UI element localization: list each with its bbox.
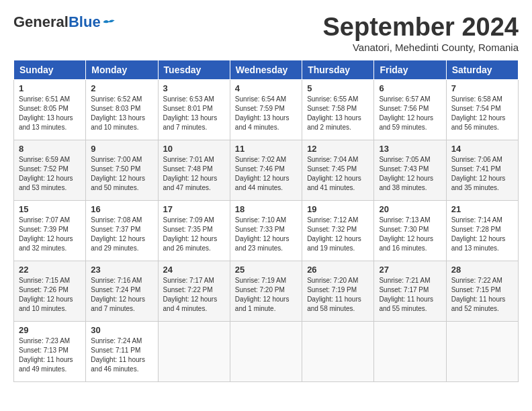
day-info: Sunrise: 7:04 AMSunset: 7:45 PMDaylight:… [307, 155, 369, 193]
calendar-table: SundayMondayTuesdayWednesdayThursdayFrid… [13, 60, 519, 382]
day-info: Sunrise: 7:01 AMSunset: 7:48 PMDaylight:… [163, 155, 225, 193]
day-info: Sunrise: 7:08 AMSunset: 7:37 PMDaylight:… [91, 216, 152, 253]
day-info: Sunrise: 7:07 AMSunset: 7:39 PMDaylight:… [19, 216, 81, 253]
day-number: 29 [19, 325, 81, 335]
day-number: 1 [19, 83, 81, 93]
calendar-week-row: 29Sunrise: 7:23 AMSunset: 7:13 PMDayligh… [14, 321, 519, 381]
day-number: 25 [235, 265, 297, 275]
calendar-cell: 12Sunrise: 7:04 AMSunset: 7:45 PMDayligh… [302, 140, 374, 200]
day-info: Sunrise: 6:54 AMSunset: 7:59 PMDaylight:… [235, 95, 297, 132]
day-info: Sunrise: 7:14 AMSunset: 7:28 PMDaylight:… [451, 216, 513, 253]
calendar-header-friday: Friday [374, 60, 446, 79]
day-number: 2 [91, 83, 152, 93]
day-number: 16 [91, 204, 152, 214]
day-number: 20 [379, 204, 441, 214]
calendar-cell: 20Sunrise: 7:13 AMSunset: 7:30 PMDayligh… [374, 200, 446, 261]
day-number: 7 [451, 83, 513, 93]
calendar-cell: 1Sunrise: 6:51 AMSunset: 8:05 PMDaylight… [14, 79, 86, 140]
day-info: Sunrise: 6:51 AMSunset: 8:05 PMDaylight:… [19, 95, 81, 132]
day-info: Sunrise: 6:55 AMSunset: 7:58 PMDaylight:… [307, 95, 369, 132]
day-number: 3 [163, 83, 225, 93]
calendar-cell [302, 321, 374, 381]
logo-text: GeneralBlue [13, 13, 116, 31]
calendar-cell [158, 321, 230, 381]
day-info: Sunrise: 7:21 AMSunset: 7:17 PMDaylight:… [379, 276, 441, 314]
calendar-cell: 25Sunrise: 7:19 AMSunset: 7:20 PMDayligh… [230, 261, 302, 321]
day-number: 14 [451, 144, 513, 154]
calendar-week-row: 15Sunrise: 7:07 AMSunset: 7:39 PMDayligh… [14, 200, 519, 261]
day-number: 5 [307, 83, 369, 93]
calendar-header-saturday: Saturday [446, 60, 518, 79]
day-number: 4 [235, 83, 297, 93]
day-info: Sunrise: 7:24 AMSunset: 7:11 PMDaylight:… [91, 336, 152, 374]
calendar-header-monday: Monday [86, 60, 158, 79]
calendar-header-sunday: Sunday [14, 60, 86, 79]
day-number: 10 [163, 144, 225, 154]
title-block: September 2024 Vanatori, Mehedinti Count… [323, 13, 519, 53]
day-info: Sunrise: 7:23 AMSunset: 7:13 PMDaylight:… [19, 336, 81, 374]
day-info: Sunrise: 6:59 AMSunset: 7:52 PMDaylight:… [19, 155, 81, 193]
calendar-cell: 21Sunrise: 7:14 AMSunset: 7:28 PMDayligh… [446, 200, 518, 261]
logo-general: General [13, 13, 69, 31]
calendar-cell: 2Sunrise: 6:52 AMSunset: 8:03 PMDaylight… [86, 79, 158, 140]
calendar-cell: 9Sunrise: 7:00 AMSunset: 7:50 PMDaylight… [86, 140, 158, 200]
day-info: Sunrise: 6:53 AMSunset: 8:01 PMDaylight:… [163, 95, 225, 132]
calendar-cell: 4Sunrise: 6:54 AMSunset: 7:59 PMDaylight… [230, 79, 302, 140]
calendar-cell: 6Sunrise: 6:57 AMSunset: 7:56 PMDaylight… [374, 79, 446, 140]
day-number: 8 [19, 144, 81, 154]
day-info: Sunrise: 7:13 AMSunset: 7:30 PMDaylight:… [379, 216, 441, 253]
day-info: Sunrise: 7:15 AMSunset: 7:26 PMDaylight:… [19, 276, 81, 314]
calendar-cell: 19Sunrise: 7:12 AMSunset: 7:32 PMDayligh… [302, 200, 374, 261]
day-number: 24 [163, 265, 225, 275]
calendar-body: 1Sunrise: 6:51 AMSunset: 8:05 PMDaylight… [14, 79, 519, 381]
day-info: Sunrise: 7:16 AMSunset: 7:24 PMDaylight:… [91, 276, 152, 314]
calendar-cell: 16Sunrise: 7:08 AMSunset: 7:37 PMDayligh… [86, 200, 158, 261]
calendar-cell: 11Sunrise: 7:02 AMSunset: 7:46 PMDayligh… [230, 140, 302, 200]
day-info: Sunrise: 7:10 AMSunset: 7:33 PMDaylight:… [235, 216, 297, 253]
calendar-cell: 14Sunrise: 7:06 AMSunset: 7:41 PMDayligh… [446, 140, 518, 200]
calendar-cell: 15Sunrise: 7:07 AMSunset: 7:39 PMDayligh… [14, 200, 86, 261]
day-number: 22 [19, 265, 81, 275]
day-info: Sunrise: 6:58 AMSunset: 7:54 PMDaylight:… [451, 95, 513, 132]
day-number: 21 [451, 204, 513, 214]
calendar-cell: 17Sunrise: 7:09 AMSunset: 7:35 PMDayligh… [158, 200, 230, 261]
day-info: Sunrise: 7:17 AMSunset: 7:22 PMDaylight:… [163, 276, 225, 314]
calendar-header-wednesday: Wednesday [230, 60, 302, 79]
day-info: Sunrise: 7:02 AMSunset: 7:46 PMDaylight:… [235, 155, 297, 193]
calendar-week-row: 1Sunrise: 6:51 AMSunset: 8:05 PMDaylight… [14, 79, 519, 140]
calendar-cell [230, 321, 302, 381]
day-info: Sunrise: 7:20 AMSunset: 7:19 PMDaylight:… [307, 276, 369, 314]
day-info: Sunrise: 7:12 AMSunset: 7:32 PMDaylight:… [307, 216, 369, 253]
day-info: Sunrise: 7:19 AMSunset: 7:20 PMDaylight:… [235, 276, 297, 314]
calendar-header-thursday: Thursday [302, 60, 374, 79]
calendar-header-row: SundayMondayTuesdayWednesdayThursdayFrid… [14, 60, 519, 79]
day-info: Sunrise: 7:00 AMSunset: 7:50 PMDaylight:… [91, 155, 152, 193]
day-info: Sunrise: 7:22 AMSunset: 7:15 PMDaylight:… [451, 276, 513, 314]
calendar-cell [446, 321, 518, 381]
day-number: 28 [451, 265, 513, 275]
calendar-cell: 13Sunrise: 7:05 AMSunset: 7:43 PMDayligh… [374, 140, 446, 200]
logo: GeneralBlue [13, 13, 116, 31]
day-number: 17 [163, 204, 225, 214]
calendar-cell: 26Sunrise: 7:20 AMSunset: 7:19 PMDayligh… [302, 261, 374, 321]
calendar-cell: 18Sunrise: 7:10 AMSunset: 7:33 PMDayligh… [230, 200, 302, 261]
page-header: GeneralBlue September 2024 Vanatori, Meh… [13, 13, 519, 53]
calendar-week-row: 8Sunrise: 6:59 AMSunset: 7:52 PMDaylight… [14, 140, 519, 200]
day-info: Sunrise: 7:09 AMSunset: 7:35 PMDaylight:… [163, 216, 225, 253]
logo-bird-icon [102, 17, 116, 27]
calendar-week-row: 22Sunrise: 7:15 AMSunset: 7:26 PMDayligh… [14, 261, 519, 321]
calendar-cell: 23Sunrise: 7:16 AMSunset: 7:24 PMDayligh… [86, 261, 158, 321]
day-info: Sunrise: 6:57 AMSunset: 7:56 PMDaylight:… [379, 95, 441, 132]
calendar-header-tuesday: Tuesday [158, 60, 230, 79]
day-number: 13 [379, 144, 441, 154]
day-info: Sunrise: 7:06 AMSunset: 7:41 PMDaylight:… [451, 155, 513, 193]
calendar-cell: 3Sunrise: 6:53 AMSunset: 8:01 PMDaylight… [158, 79, 230, 140]
day-number: 6 [379, 83, 441, 93]
day-info: Sunrise: 6:52 AMSunset: 8:03 PMDaylight:… [91, 95, 152, 132]
day-number: 23 [91, 265, 152, 275]
day-number: 19 [307, 204, 369, 214]
day-number: 12 [307, 144, 369, 154]
day-number: 15 [19, 204, 81, 214]
day-number: 27 [379, 265, 441, 275]
calendar-cell: 5Sunrise: 6:55 AMSunset: 7:58 PMDaylight… [302, 79, 374, 140]
